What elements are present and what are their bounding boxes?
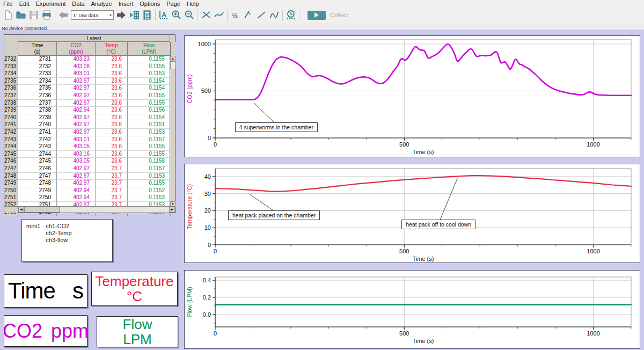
menu-item-data[interactable]: Data	[69, 1, 87, 7]
cell-time[interactable]: 2746	[18, 165, 57, 173]
menu-item-analyze[interactable]: Analyze	[88, 1, 115, 7]
table-row[interactable]: 27432742403.0123.60.1157	[4, 136, 175, 144]
cell-co2[interactable]: 402.94	[57, 107, 96, 114]
cell-flow[interactable]: 0.1151	[128, 121, 171, 129]
curve-fit-icon[interactable]	[268, 9, 281, 21]
cell-time[interactable]: 2731	[18, 56, 57, 63]
data-table[interactable]: Latest Time(s)CO2(ppm)Temp(°C)Flow(LPM) …	[4, 34, 175, 213]
scroll-up-icon[interactable]: ▲	[170, 56, 175, 62]
cell-temp[interactable]: 23.6	[96, 136, 128, 144]
graph-annotation[interactable]: 4 superworms in the chamber	[235, 122, 318, 132]
meter-temperature[interactable]: Temperature °C	[91, 272, 178, 306]
cell-temp[interactable]: 23.7	[96, 180, 128, 187]
meter-flow[interactable]: Flow LPM	[97, 316, 178, 347]
cell-time[interactable]: 2734	[18, 78, 57, 85]
cell-flow[interactable]: 0.1153	[128, 173, 171, 180]
menu-item-edit[interactable]: Edit	[16, 1, 33, 7]
cell-flow[interactable]: 0.1157	[128, 136, 171, 144]
cell-temp[interactable]: 23.6	[96, 151, 128, 158]
cell-flow[interactable]: 0.1153	[128, 129, 171, 136]
table-row[interactable]: 27462745403.0523.60.1158	[4, 158, 175, 165]
cell-temp[interactable]: 23.6	[96, 100, 128, 107]
graph-annotation[interactable]: heat pack placed on the chamber	[228, 210, 320, 220]
cell-temp[interactable]: 23.6	[96, 158, 128, 165]
table-row[interactable]: 27482747402.9723.70.1153	[4, 173, 175, 180]
co2-graph[interactable]: 0500100005001000Time (s)CO2 (ppm)4 super…	[184, 35, 640, 157]
cell-co2[interactable]: 402.97	[57, 165, 96, 173]
cell-co2[interactable]: 402.97	[57, 173, 96, 180]
cell-co2[interactable]: 402.97	[57, 129, 96, 136]
page-dropdown[interactable]: 1: raw data ▾	[71, 10, 114, 20]
device-box[interactable]: mini1 ch1-CO2ch2-Tempch3-flow	[21, 219, 113, 262]
column-header-temp[interactable]: Temp(°C)	[96, 42, 128, 56]
table-row[interactable]: 27402739402.9723.60.1154	[4, 114, 175, 122]
linear-fit-icon[interactable]	[255, 9, 268, 21]
cell-co2[interactable]: 402.97	[57, 78, 96, 85]
cell-time[interactable]: 2744	[18, 151, 57, 158]
cell-co2[interactable]: 403.08	[57, 63, 96, 71]
table-row[interactable]: 27342733403.0123.60.1153	[4, 70, 175, 78]
cell-time[interactable]: 2738	[18, 107, 57, 114]
cell-co2[interactable]: 402.97	[57, 85, 96, 92]
cell-co2[interactable]: 403.05	[57, 143, 96, 151]
meter-time[interactable]: Time s	[4, 274, 87, 308]
statistics-icon[interactable]	[242, 9, 255, 21]
cell-flow[interactable]: 0.1154	[128, 114, 171, 122]
prev-page-icon[interactable]	[57, 9, 70, 21]
menu-item-page[interactable]: Page	[163, 1, 184, 7]
table-horizontal-scrollbar[interactable]: ◀ ▶	[4, 206, 175, 213]
cell-co2[interactable]: 403.01	[57, 70, 96, 78]
calculator-icon[interactable]	[141, 9, 153, 21]
open-file-icon[interactable]	[14, 9, 27, 21]
table-row[interactable]: 27362735402.9723.60.1154	[4, 85, 175, 92]
cell-co2[interactable]: 403.05	[57, 158, 96, 165]
cell-time[interactable]: 2732	[18, 63, 57, 71]
cell-co2[interactable]: 402.94	[57, 187, 96, 195]
table-row[interactable]: 27372736402.9723.60.1155	[4, 92, 175, 100]
cell-temp[interactable]: 23.6	[96, 78, 128, 85]
cell-temp[interactable]: 23.7	[96, 165, 128, 173]
cell-flow[interactable]: 0.1155	[128, 56, 171, 63]
horizontal-scroll-thumb[interactable]	[24, 207, 60, 213]
cell-temp[interactable]: 23.6	[96, 107, 128, 114]
cell-time[interactable]: 2750	[18, 194, 57, 202]
store-latest-run-icon[interactable]	[128, 9, 141, 21]
cell-flow[interactable]: 0.1153	[128, 70, 171, 78]
horizontal-scroll-track[interactable]	[60, 207, 169, 213]
cell-time[interactable]: 2748	[18, 180, 57, 187]
cell-flow[interactable]: 0.1153	[128, 194, 171, 202]
table-row[interactable]: 27392738402.9423.60.1156	[4, 107, 175, 114]
cell-flow[interactable]: 0.1155	[128, 151, 171, 158]
data-collection-icon[interactable]	[284, 9, 297, 21]
column-header-time[interactable]: Time(s)	[18, 42, 57, 56]
table-row[interactable]: 27422741402.9723.60.1153	[4, 129, 175, 136]
cell-time[interactable]: 2742	[18, 136, 57, 144]
table-row[interactable]: 27492748402.9723.70.1155	[4, 180, 175, 187]
cell-flow[interactable]: 0.1155	[128, 92, 171, 100]
cell-time[interactable]: 2747	[18, 173, 57, 180]
graph-annotation[interactable]: heat pack off to cool down	[401, 220, 475, 229]
table-row[interactable]: 27512750402.9423.70.1153	[4, 194, 175, 202]
cell-co2[interactable]: 402.97	[57, 114, 96, 122]
cell-co2[interactable]: 402.97	[57, 92, 96, 100]
cell-co2[interactable]: 402.97	[57, 121, 96, 129]
tangent-icon[interactable]	[213, 9, 225, 21]
cell-temp[interactable]: 23.6	[96, 85, 128, 92]
cell-temp[interactable]: 23.6	[96, 63, 128, 71]
cell-time[interactable]: 2749	[18, 187, 57, 195]
table-row[interactable]: 27322731403.2323.60.1155	[4, 56, 175, 63]
table-row[interactable]: 27442743403.0523.60.1155	[4, 143, 175, 151]
cell-flow[interactable]: 0.1155	[128, 143, 171, 151]
cell-flow[interactable]: 0.1154	[128, 78, 171, 85]
integral-icon[interactable]: ½	[229, 9, 242, 21]
cell-flow[interactable]: 0.1152	[128, 187, 171, 195]
menu-item-insert[interactable]: Insert	[115, 1, 137, 7]
cell-temp[interactable]: 23.6	[96, 114, 128, 122]
cell-temp[interactable]: 23.7	[96, 187, 128, 195]
cell-co2[interactable]: 402.97	[57, 100, 96, 107]
cell-temp[interactable]: 23.7	[96, 173, 128, 180]
cell-temp[interactable]: 23.7	[96, 194, 128, 202]
cell-co2[interactable]: 403.23	[57, 56, 96, 63]
cell-temp[interactable]: 23.6	[96, 129, 128, 136]
flow-graph[interactable]: 050010000.00.20.4Time (s)Flow (LPM)	[184, 270, 640, 349]
